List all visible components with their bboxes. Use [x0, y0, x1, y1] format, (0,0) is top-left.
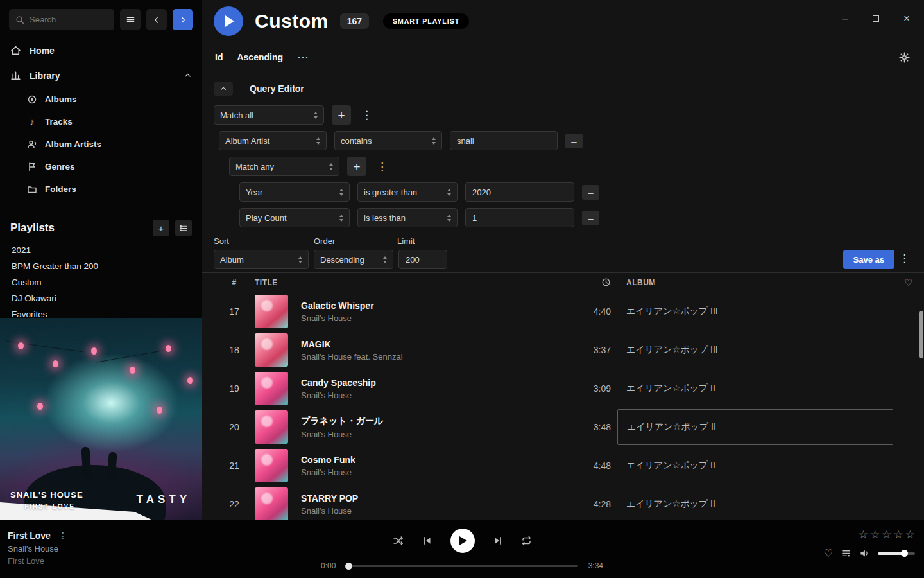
remove-rule-button[interactable]: –	[565, 134, 583, 148]
sidebar-item-tracks[interactable]: ♪ Tracks	[0, 110, 202, 133]
remove-rule-button[interactable]: –	[582, 211, 599, 225]
play-pause-button[interactable]	[450, 529, 475, 553]
table-row[interactable]: 21 Cosmo Funk Snail's House 4:48 エイリアン☆ポ…	[202, 446, 924, 485]
next-button[interactable]	[493, 536, 503, 546]
track-album[interactable]: エイリアン☆ポップ III	[617, 332, 893, 368]
table-row[interactable]: 20 プラネット・ガール Snail's House 3:48 エイリアン☆ポッ…	[202, 408, 924, 446]
sort-order-button[interactable]: Ascending	[237, 52, 283, 62]
track-album[interactable]: エイリアン☆ポップ II	[617, 371, 893, 407]
sidebar-item-home[interactable]: Home	[0, 38, 202, 63]
rule-operator-select[interactable]: contains	[334, 131, 442, 150]
index-column-header[interactable]: #	[232, 278, 236, 287]
play-playlist-button[interactable]	[214, 6, 243, 36]
kebab-icon: ⋮	[377, 161, 388, 173]
rule-field-value: Play Count	[246, 213, 287, 223]
select-arrows-icon	[329, 163, 333, 170]
volume-handle[interactable]	[901, 550, 908, 557]
rule-field-select[interactable]: Year	[239, 182, 350, 202]
favorite-button[interactable]: ♡	[824, 547, 833, 559]
sort-field-button[interactable]: Id	[215, 52, 223, 62]
nav-back-button[interactable]	[146, 9, 167, 30]
add-rule-button[interactable]: +	[332, 105, 351, 125]
now-playing-album[interactable]: First Love	[8, 556, 67, 566]
playlist-list-button[interactable]	[175, 220, 192, 236]
rating-stars[interactable]: ☆ ☆ ☆ ☆ ☆	[800, 528, 915, 541]
nav-forward-button[interactable]	[173, 9, 193, 30]
search-input[interactable]	[30, 15, 108, 24]
now-playing-menu-button[interactable]: ⋮	[58, 530, 67, 541]
playlist-item[interactable]: DJ Okawari	[0, 290, 202, 306]
track-album[interactable]: エイリアン☆ポップ II	[617, 409, 893, 445]
scrollbar-thumb[interactable]	[919, 311, 923, 358]
duration-column-header[interactable]	[601, 277, 617, 287]
close-button[interactable]: ×	[900, 12, 914, 26]
queue-button[interactable]	[841, 548, 851, 558]
track-album[interactable]: エイリアン☆ポップ II	[617, 448, 893, 484]
table-row[interactable]: 17 Galactic Whisper Snail's House 4:40 エ…	[202, 292, 924, 331]
track-artist: Snail's House	[301, 506, 560, 516]
playlist-item[interactable]: Custom	[0, 274, 202, 290]
group-match-select[interactable]: Match any	[229, 157, 339, 176]
add-playlist-button[interactable]: +	[153, 220, 169, 236]
search-box[interactable]	[9, 9, 114, 30]
playlist-header: Custom 167 SMART PLAYLIST – ×	[202, 0, 924, 42]
remove-rule-button[interactable]: –	[582, 185, 599, 200]
settings-button[interactable]	[899, 52, 910, 63]
playlist-item[interactable]: BPM Greater than 200	[0, 258, 202, 274]
save-as-button[interactable]: Save as	[843, 250, 894, 269]
app-window: Home Library Albums ♪ Tracks Album Artis…	[0, 0, 924, 578]
star-icon[interactable]: ☆	[905, 528, 915, 541]
now-playing-artist[interactable]: Snail's House	[8, 544, 67, 554]
sidebar-item-album-artists[interactable]: Album Artists	[0, 133, 202, 155]
group-menu-button[interactable]: ⋮	[374, 160, 390, 173]
rule-value-input[interactable]	[450, 131, 558, 150]
playlist-item[interactable]: 2021	[0, 242, 202, 258]
root-match-select[interactable]: Match all	[214, 105, 324, 125]
query-order-select[interactable]: Descending	[314, 250, 393, 269]
seek-handle[interactable]	[345, 563, 352, 570]
star-icon[interactable]: ☆	[870, 528, 880, 541]
add-group-rule-button[interactable]: +	[347, 157, 366, 176]
track-album[interactable]: エイリアン☆ポップ II	[617, 486, 893, 520]
query-sort-select[interactable]: Album	[214, 250, 309, 269]
star-icon[interactable]: ☆	[882, 528, 891, 541]
previous-button[interactable]	[422, 536, 432, 546]
now-playing-artwork[interactable]: SNAIL'S HOUSE FIRST LOVE TASTY	[0, 318, 202, 520]
repeat-button[interactable]	[521, 536, 532, 546]
track-album[interactable]: エイリアン☆ポップ III	[617, 293, 893, 329]
rule-group-menu-button[interactable]: ⋮	[359, 109, 375, 122]
title-column-header[interactable]: TITLE	[255, 278, 560, 287]
save-menu-button[interactable]: ⋮	[896, 252, 912, 265]
limit-input[interactable]	[398, 250, 447, 269]
sidebar-item-library[interactable]: Library	[0, 63, 202, 88]
table-row[interactable]: 18 MAGIK Snail's House feat. Sennzai 3:3…	[202, 331, 924, 369]
track-artist: Snail's House	[301, 468, 560, 477]
album-column-header[interactable]: ALBUM	[617, 278, 893, 287]
now-playing-title[interactable]: First Love	[8, 530, 51, 541]
star-icon[interactable]: ☆	[859, 528, 868, 541]
sidebar-item-genres[interactable]: Genres	[0, 155, 202, 178]
rule-operator-select[interactable]: is greater than	[357, 182, 458, 202]
table-row[interactable]: 22 STARRY POP Snail's House 4:28 エイリアン☆ポ…	[202, 485, 924, 520]
favorite-column-header[interactable]: ♡	[904, 277, 912, 288]
sidebar-item-albums[interactable]: Albums	[0, 88, 202, 110]
rule-field-select[interactable]: Album Artist	[219, 131, 327, 150]
rule-value-input[interactable]	[465, 208, 574, 227]
rule-value-input[interactable]	[465, 182, 574, 202]
maximize-button[interactable]	[869, 12, 883, 26]
rule-operator-select[interactable]: is less than	[357, 208, 458, 227]
track-album-art	[255, 333, 288, 367]
shuffle-button[interactable]	[393, 536, 404, 546]
seek-bar[interactable]	[346, 565, 578, 567]
rule-field-select[interactable]: Play Count	[239, 208, 350, 227]
volume-slider[interactable]	[878, 552, 915, 555]
star-icon[interactable]: ☆	[894, 528, 903, 541]
minimize-button[interactable]: –	[838, 12, 852, 26]
sidebar-item-folders[interactable]: Folders	[0, 178, 202, 200]
volume-button[interactable]	[859, 548, 869, 558]
menu-button[interactable]	[120, 9, 141, 30]
track-names: Candy Spaceship Snail's House	[295, 378, 560, 400]
collapse-query-button[interactable]	[214, 82, 233, 96]
table-row[interactable]: 19 Candy Spaceship Snail's House 3:09 エイ…	[202, 369, 924, 408]
more-options-button[interactable]: ⋯	[297, 50, 309, 64]
